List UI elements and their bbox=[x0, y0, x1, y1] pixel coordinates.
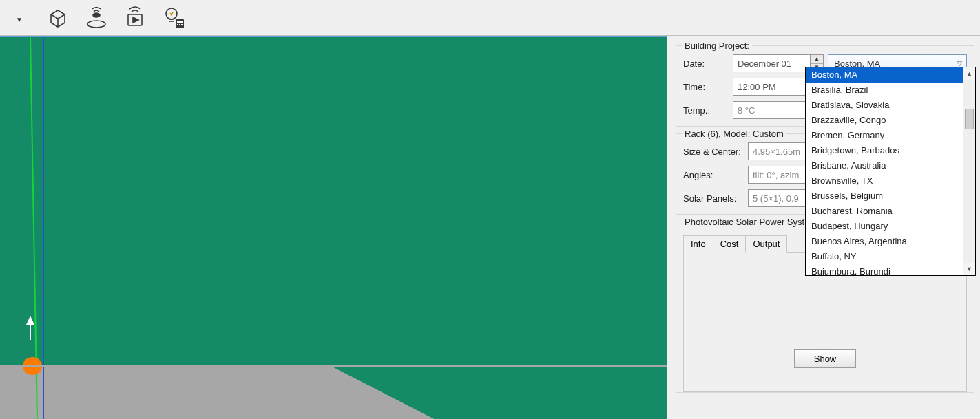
svg-rect-7 bbox=[179, 24, 180, 25]
building-project-legend: Building Project: bbox=[682, 41, 752, 51]
location-option[interactable]: Bucharest, Romania bbox=[806, 204, 963, 219]
date-field[interactable] bbox=[733, 54, 810, 72]
svg-marker-10 bbox=[0, 366, 434, 419]
toolbar: ▼ bbox=[0, 0, 980, 36]
tab-info[interactable]: Info bbox=[683, 235, 713, 253]
location-option[interactable]: Budapest, Hungary bbox=[806, 219, 963, 234]
date-label: Date: bbox=[683, 58, 729, 69]
rack-legend: Rack (6), Model: Custom bbox=[682, 129, 786, 139]
solar-panels-field[interactable] bbox=[748, 189, 807, 207]
tab-cost[interactable]: Cost bbox=[713, 235, 747, 253]
scroll-up-icon[interactable]: ▲ bbox=[963, 67, 975, 80]
temp-field[interactable] bbox=[733, 101, 810, 119]
svg-rect-16 bbox=[0, 365, 667, 367]
svg-point-0 bbox=[87, 21, 105, 28]
svg-rect-6 bbox=[177, 24, 178, 25]
svg-point-1 bbox=[93, 13, 100, 17]
show-button[interactable]: Show bbox=[794, 349, 856, 368]
location-option[interactable]: Boston, MA bbox=[806, 67, 963, 83]
size-center-field[interactable] bbox=[748, 142, 807, 160]
main-area: Building Project: Date: ▲ ▼ Boston, MA ▽… bbox=[0, 36, 980, 419]
location-option[interactable]: Buffalo, NY bbox=[806, 249, 963, 264]
location-option[interactable]: Bremen, Germany bbox=[806, 128, 963, 143]
toolbar-dropdown[interactable]: ▼ bbox=[4, 4, 34, 32]
temp-label: Temp.: bbox=[683, 105, 729, 116]
svg-rect-4 bbox=[176, 19, 184, 28]
svg-marker-13 bbox=[26, 316, 34, 325]
location-option[interactable]: Bridgetown, Barbados bbox=[806, 143, 963, 158]
time-label: Time: bbox=[683, 82, 729, 92]
scrollbar[interactable]: ▲ ▼ bbox=[963, 67, 975, 275]
solar-panels-label: Solar Panels: bbox=[683, 193, 744, 204]
location-option[interactable]: Brussels, Belgium bbox=[806, 189, 963, 204]
location-option[interactable]: Buenos Aires, Argentina bbox=[806, 234, 963, 249]
scroll-track[interactable] bbox=[963, 80, 975, 263]
size-center-label: Size & Center: bbox=[683, 147, 744, 157]
viewport-3d[interactable] bbox=[0, 36, 667, 419]
spotlight-icon[interactable] bbox=[81, 4, 112, 32]
svg-rect-5 bbox=[177, 21, 183, 23]
location-option[interactable]: Brasilia, Brazil bbox=[806, 83, 963, 98]
location-option[interactable]: Bratislava, Slovakia bbox=[806, 98, 963, 113]
tab-output[interactable]: Output bbox=[745, 235, 787, 253]
angles-label: Angles: bbox=[683, 170, 744, 180]
bulb-calc-icon[interactable] bbox=[158, 4, 189, 32]
location-option[interactable]: Brownsville, TX bbox=[806, 173, 963, 189]
svg-point-3 bbox=[166, 8, 177, 19]
location-option[interactable]: Bujumbura, Burundi bbox=[806, 264, 963, 275]
side-panel: Building Project: Date: ▲ ▼ Boston, MA ▽… bbox=[671, 36, 980, 419]
location-dropdown-list[interactable]: Boston, MABrasilia, BrazilBratislava, Sl… bbox=[805, 67, 976, 276]
sun-play-icon[interactable] bbox=[120, 4, 150, 32]
scroll-down-icon[interactable]: ▼ bbox=[963, 263, 975, 275]
location-option[interactable]: Brisbane, Australia bbox=[806, 158, 963, 173]
cube-icon[interactable] bbox=[43, 4, 73, 32]
angles-field[interactable] bbox=[748, 166, 807, 184]
svg-rect-8 bbox=[181, 24, 183, 25]
time-field[interactable] bbox=[733, 78, 810, 96]
chevron-up-icon[interactable]: ▲ bbox=[811, 55, 823, 64]
chevron-down-icon: ▽ bbox=[957, 60, 962, 67]
location-option[interactable]: Brazzaville, Congo bbox=[806, 113, 963, 128]
pv-legend: Photovoltaic Solar Power Syst bbox=[682, 217, 807, 227]
scroll-thumb[interactable] bbox=[965, 109, 974, 129]
